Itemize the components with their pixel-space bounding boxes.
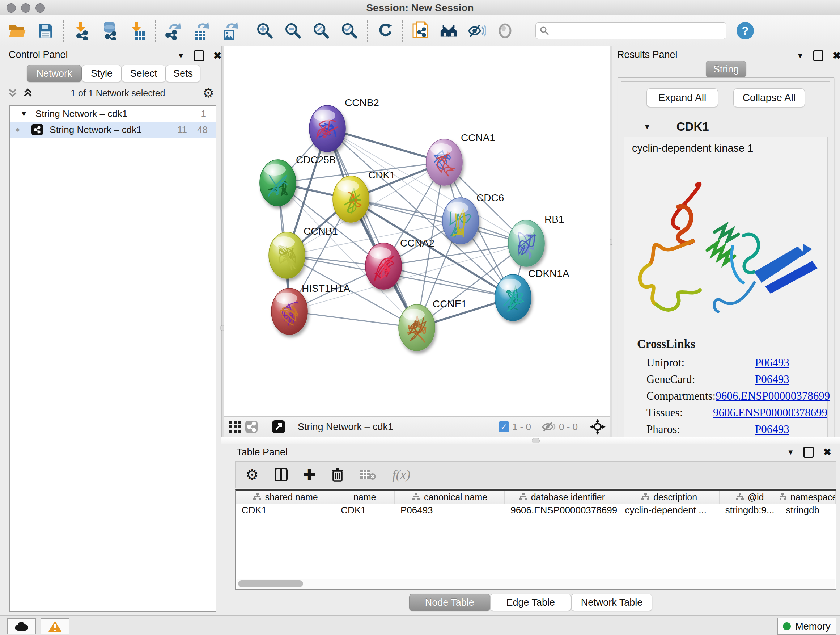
column-header-namespace[interactable]: namespace [780,491,836,504]
zoom-out-icon[interactable] [284,21,302,40]
gene-card-header[interactable]: ▼ CDK1 [622,117,830,136]
horizontal-splitter-grip[interactable] [532,438,540,443]
gene-card-collapse-icon[interactable]: ▼ [643,122,651,131]
selected-items-checkbox-icon[interactable]: ✓ [499,421,509,432]
tab-sets[interactable]: Sets [166,65,201,82]
node-hist1h1a[interactable] [271,288,308,334]
node-cdk1[interactable] [333,176,369,222]
node-cdkn1a[interactable] [495,274,531,321]
table-cell[interactable]: CDK1 [335,504,395,516]
export-table-icon[interactable] [192,21,210,40]
column-header-database-identifier[interactable]: database identifier [505,491,619,504]
table-cell[interactable]: P06493 [395,504,505,516]
table-cell[interactable]: stringdb:9... [720,504,780,516]
tab-network[interactable]: Network [27,65,82,82]
create-column-plus-icon[interactable]: ✚ [303,467,316,482]
edge-ccna2-cdkn1a[interactable] [384,266,513,298]
maximize-panel-icon[interactable] [804,447,813,458]
network-graph[interactable]: CCNB2CCNA1CDC25BCDK1CDC6RB1CCNB1CCNA2CDK… [224,46,610,416]
edge-hist1h1a-ccne1[interactable] [289,311,417,328]
column-header-shared-name[interactable]: shared name [236,491,335,504]
float-panel-icon[interactable]: ▼ [787,448,794,456]
tab-edge-table[interactable]: Edge Table [490,594,571,611]
show-eye-icon[interactable] [496,21,515,40]
function-builder-icon[interactable]: f(x) [392,467,410,482]
import-network-icon[interactable] [72,21,90,40]
tab-network-table[interactable]: Network Table [571,594,653,611]
tab-string[interactable]: String [706,61,746,78]
column-header-name[interactable]: name [335,491,395,504]
hidden-items-eye-icon[interactable] [542,421,556,432]
apply-layout-icon[interactable] [376,21,394,40]
show-columns-icon[interactable] [275,468,287,481]
delete-column-trash-icon[interactable] [332,467,344,482]
import-table-icon[interactable] [128,21,147,40]
tab-node-table[interactable]: Node Table [409,594,490,611]
column-header--id[interactable]: @id [720,491,780,504]
table-row[interactable]: CDK1CDK1P064939606.ENSP00000378699cyclin… [236,504,836,516]
table-cell[interactable]: stringdb [780,504,836,516]
zoom-in-icon[interactable] [256,21,274,40]
crosslink-link[interactable]: 9606.ENSP00000378699 [713,406,827,419]
column-header-description[interactable]: description [619,491,719,504]
horizontal-splitter[interactable] [221,437,840,445]
node-ccna2[interactable] [365,243,401,289]
edge-ccnb2-ccne1[interactable] [327,128,417,328]
table-hscrollbar[interactable] [237,579,835,589]
hide-unhide-icon[interactable] [467,21,486,40]
export-image-icon[interactable] [220,21,239,40]
collection-expand-icon[interactable]: ▼ [20,110,27,118]
float-panel-icon[interactable]: ▼ [177,52,185,60]
help-icon[interactable]: ? [737,22,754,40]
network-row[interactable]: ● String Network – cdk1 11 48 [10,122,216,138]
open-in-window-icon[interactable] [270,417,287,436]
node-cdc6[interactable] [442,198,478,244]
node-ccna1[interactable] [426,139,462,185]
expand-all-button[interactable]: Expand All [646,88,718,107]
close-panel-icon[interactable]: ✖ [833,50,840,62]
zoom-fit-icon[interactable] [312,21,331,40]
node-rb1[interactable] [508,220,545,266]
expand-all-networks-icon[interactable] [22,87,33,99]
crosslink-link[interactable]: P06493 [755,423,789,436]
collapse-all-button[interactable]: Collapse All [733,88,805,107]
home-networks-icon[interactable] [439,21,458,40]
close-panel-icon[interactable]: ✖ [213,50,222,62]
save-session-icon[interactable] [36,21,55,40]
tab-style[interactable]: Style [82,65,122,82]
table-cell[interactable]: CDK1 [236,504,335,516]
delete-table-icon[interactable] [360,469,376,481]
node-cdc25b[interactable] [260,160,296,206]
network-options-gear-icon[interactable]: ⚙ [202,87,214,100]
table-options-gear-icon[interactable]: ⚙ [246,467,259,482]
maximize-panel-icon[interactable] [813,50,823,61]
node-ccnb1[interactable] [269,232,305,279]
clone-network-icon[interactable] [411,21,430,40]
export-network-icon[interactable] [164,21,182,40]
table-cell[interactable]: 9606.ENSP00000378699 [505,504,619,516]
zoom-selected-icon[interactable] [340,21,359,40]
column-header-canonical-name[interactable]: canonical name [395,491,505,504]
search-input[interactable] [535,22,726,39]
node-ccne1[interactable] [399,304,435,351]
crosslink-link[interactable]: P06493 [755,373,789,386]
network-canvas[interactable]: CCNB2CCNA1CDC25BCDK1CDC6RB1CCNB1CCNA2CDK… [224,46,610,416]
table-hscrollbar-thumb[interactable] [238,580,303,587]
crosslink-link[interactable]: 9606.ENSP00000378699 [715,390,830,402]
float-panel-icon[interactable]: ▼ [797,52,804,60]
memory-button[interactable]: Memory [777,618,836,635]
warning-status-button[interactable] [41,618,69,634]
grid-view-icon[interactable] [227,417,243,436]
fit-selected-crosshair-icon[interactable] [588,417,607,436]
open-session-icon[interactable] [8,21,27,40]
collapse-all-networks-icon[interactable] [7,87,18,99]
network-collection-row[interactable]: ▼ String Network – cdk1 1 [10,106,216,122]
tab-select[interactable]: Select [122,65,166,82]
network-birdseye-icon[interactable] [243,417,260,436]
maximize-panel-icon[interactable] [194,50,204,61]
close-panel-icon[interactable]: ✖ [823,447,831,458]
import-network-from-database-icon[interactable] [100,21,118,40]
table-cell[interactable]: cyclin-dependent ... [619,504,719,516]
crosslink-link[interactable]: P06493 [755,356,789,369]
node-ccnb2[interactable] [309,105,346,152]
